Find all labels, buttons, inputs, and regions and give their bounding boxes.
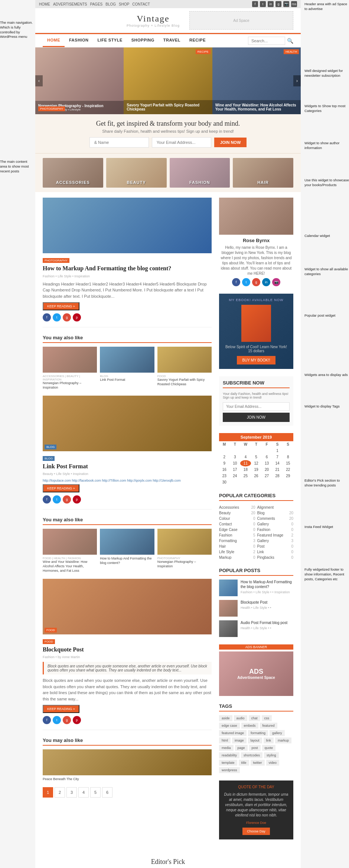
cat-alignment[interactable]: Alignment: [257, 505, 294, 510]
tag-aside[interactable]: aside: [219, 715, 232, 721]
author-linkedin-icon[interactable]: in: [262, 278, 270, 286]
author-facebook-icon[interactable]: f: [232, 278, 240, 286]
page-5-button[interactable]: 5: [90, 787, 101, 798]
pop-post-2[interactable]: Blockquote Post Health • Life Style • •: [219, 600, 293, 617]
topbar-link-shop[interactable]: SHOP: [119, 2, 129, 6]
pop-post-1[interactable]: How to Markup And Formatting the blog co…: [219, 580, 293, 596]
nav-fashion[interactable]: FASHION: [65, 34, 93, 47]
topbar-link-home[interactable]: HOME: [39, 2, 50, 6]
post-1-read-more[interactable]: Keep Reading »: [43, 302, 79, 310]
cat-featured-image[interactable]: Featured Image2: [257, 532, 294, 538]
post-1-twitter-share[interactable]: t: [53, 313, 61, 321]
like-item-1-1[interactable]: ACCESSORIES | BEAUTY | INSPIRATION Norwe…: [43, 347, 97, 390]
newsletter-submit-button[interactable]: JOIN NOW: [214, 138, 247, 147]
tag-formatting[interactable]: formatting: [248, 730, 268, 736]
pop-post-3[interactable]: Audio Post Format blog post Health • Lif…: [219, 620, 293, 637]
tag-shortcodes[interactable]: shortcodes: [241, 752, 262, 758]
author-instagram-icon[interactable]: 📷: [272, 278, 280, 286]
cat-colour[interactable]: Colour0: [219, 516, 255, 521]
cat-post[interactable]: Post0: [257, 544, 294, 549]
nav-shopping[interactable]: SHOPPING: [127, 34, 159, 47]
like-item-1-2[interactable]: BLOG Link Post Format: [100, 347, 154, 390]
cat-pingbacks[interactable]: Pingbacks0: [257, 555, 294, 560]
tag-link[interactable]: link: [264, 737, 274, 743]
author-google-icon[interactable]: g: [252, 278, 260, 286]
post-3-pinterest-share[interactable]: p: [73, 716, 81, 724]
tag-markup[interactable]: markup: [275, 737, 291, 743]
tag-html[interactable]: html: [219, 737, 231, 743]
choose-day-button[interactable]: Choose Day: [242, 828, 270, 835]
topbar-facebook-icon[interactable]: f: [252, 1, 258, 7]
tag-edge-case[interactable]: edge case: [219, 723, 240, 729]
subscribe-button[interactable]: JOIN NOW: [223, 413, 290, 422]
topbar-twitter-icon[interactable]: t: [260, 1, 266, 7]
page-4-button[interactable]: 4: [78, 787, 89, 798]
cat-formatting[interactable]: Formatting3: [219, 538, 255, 544]
post-2-google-share[interactable]: g: [63, 495, 71, 504]
post-3-twitter-share[interactable]: t: [53, 716, 61, 724]
newsletter-name-input[interactable]: [89, 137, 149, 148]
cat-accessories[interactable]: Accessories20: [219, 505, 255, 510]
author-twitter-icon[interactable]: t: [242, 278, 250, 286]
cat-gallery2[interactable]: Gallery3: [257, 538, 294, 544]
tag-embeds[interactable]: embeds: [241, 723, 258, 729]
cat-comments[interactable]: Comments20: [257, 516, 294, 521]
tag-layout[interactable]: layout: [248, 737, 262, 743]
tag-readability[interactable]: readability: [219, 752, 239, 758]
post-2-twitter-share[interactable]: t: [53, 495, 61, 504]
tag-template[interactable]: template: [219, 760, 237, 766]
cat-beauty[interactable]: Beauty20: [219, 510, 255, 516]
site-logo[interactable]: Vintage Photography + Lifestyle Blog: [127, 14, 180, 27]
topbar-link-pages[interactable]: PAGES: [90, 2, 103, 6]
post-3-google-share[interactable]: g: [63, 716, 71, 724]
book-button[interactable]: BUY MY BOOK!!: [237, 356, 275, 364]
topbar-link-advertisements[interactable]: ADVERTISEMENTS: [53, 2, 87, 6]
slider-next-button[interactable]: ›: [293, 75, 301, 86]
cat-contact[interactable]: Contact0: [219, 521, 255, 527]
topbar-instagram-icon[interactable]: 📷: [283, 1, 289, 7]
post-1-facebook-share[interactable]: f: [43, 313, 51, 321]
like-item-2-1[interactable]: FOOD | HEALTH | FASHION Wine and Your Wa…: [43, 529, 97, 573]
nav-recipe[interactable]: RECIPE: [185, 34, 210, 47]
tag-chat[interactable]: chat: [249, 715, 260, 721]
category-beauty[interactable]: BEAUTY: [106, 158, 167, 188]
post-2-pinterest-share[interactable]: p: [73, 495, 81, 504]
cat-fashion[interactable]: Fashion5: [219, 532, 255, 538]
tag-styling[interactable]: styling: [264, 752, 279, 758]
like-item-2-3[interactable]: PHOTOGRAPHY Norwegian Photography – Insp…: [157, 529, 212, 573]
cat-blog[interactable]: Blog20: [257, 510, 294, 516]
category-accessories[interactable]: ACCESSORIES: [43, 158, 103, 188]
like-item-2-2[interactable]: How to Markup And Formatting the blog co…: [100, 529, 154, 573]
tag-twitter[interactable]: twitter: [251, 760, 265, 766]
slider-prev-button[interactable]: ‹: [35, 75, 43, 86]
tag-quote[interactable]: quote: [262, 745, 276, 751]
post-2-read-more[interactable]: Keep Reading »: [43, 484, 79, 492]
tag-page[interactable]: page: [235, 745, 248, 751]
search-button[interactable]: 🔍: [287, 38, 293, 44]
category-fashion[interactable]: FASHION: [170, 158, 230, 188]
tag-featured-image[interactable]: featured image: [219, 730, 247, 736]
post-2-title[interactable]: Link Post Format: [43, 463, 212, 471]
tag-video[interactable]: video: [266, 760, 280, 766]
nav-lifestyle[interactable]: LIFE STYLE: [93, 34, 127, 47]
topbar-rss-icon[interactable]: rss: [291, 1, 297, 7]
nav-home[interactable]: HOME: [43, 34, 65, 47]
tag-wordpress[interactable]: wordpress: [219, 767, 240, 773]
page-3-button[interactable]: 3: [66, 787, 77, 798]
cat-link[interactable]: Link0: [257, 549, 294, 555]
newsletter-email-input[interactable]: [152, 137, 211, 148]
post-3-facebook-share[interactable]: f: [43, 716, 51, 724]
tag-post[interactable]: post: [249, 745, 261, 751]
nav-travel[interactable]: TRAVEL: [159, 34, 185, 47]
post-2-facebook-share[interactable]: f: [43, 495, 51, 504]
cat-markup[interactable]: Markup0: [219, 555, 255, 560]
category-hair[interactable]: HAIR: [233, 158, 293, 188]
page-1-button[interactable]: 1: [43, 787, 53, 798]
page-2-button[interactable]: 2: [55, 787, 65, 798]
tag-audio[interactable]: audio: [234, 715, 247, 721]
like-item-3-1[interactable]: Peace Beneath The City: [43, 749, 212, 782]
post-3-title[interactable]: Blockquote Post: [43, 646, 212, 654]
tag-title[interactable]: title: [239, 760, 249, 766]
topbar-link-contact[interactable]: CONTACT: [132, 2, 150, 6]
cat-edge-case[interactable]: Edge Case0: [219, 527, 255, 532]
